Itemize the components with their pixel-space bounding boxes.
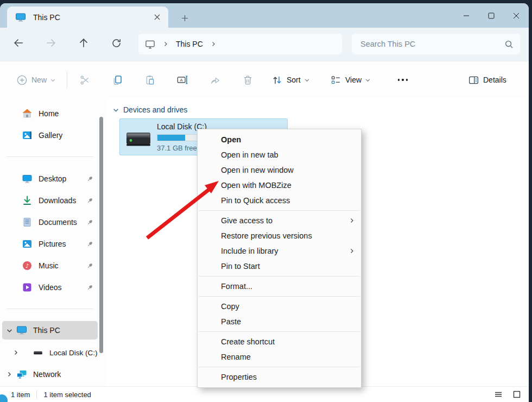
chevron-down-icon [305, 78, 309, 83]
item-count: 1 item [11, 391, 30, 399]
copy-button[interactable] [106, 69, 128, 91]
navigation-sidebar: Home Gallery Desktop [0, 98, 106, 387]
menu-item-rename[interactable]: Rename [198, 349, 361, 365]
breadcrumb-this-pc[interactable]: This PC [176, 40, 203, 48]
share-icon [210, 74, 221, 86]
toolbar-divider [67, 71, 67, 89]
videos-icon [22, 282, 33, 293]
chevron-down-icon [365, 78, 370, 83]
monitor-icon [145, 39, 155, 49]
new-tab-button[interactable] [178, 12, 191, 23]
submenu-chevron-icon [349, 218, 354, 223]
copy-icon [112, 74, 123, 86]
menu-item-open-with-mobzize[interactable]: Open with MOBZize [198, 178, 361, 193]
chevron-down-icon [50, 78, 55, 83]
sidebar-item-music[interactable]: ♪ Music [2, 256, 98, 275]
rename-icon: A [176, 74, 188, 86]
selection-count: 1 item selected [43, 391, 91, 399]
chevron-right-icon[interactable] [9, 350, 23, 355]
details-view-button[interactable] [492, 388, 505, 400]
svg-text:♪: ♪ [26, 262, 29, 269]
sidebar-item-gallery[interactable]: Gallery [2, 126, 98, 145]
sidebar-item-desktop[interactable]: Desktop [2, 169, 98, 188]
chevron-right-icon[interactable] [2, 372, 16, 377]
up-button[interactable] [73, 33, 94, 53]
pin-icon [86, 262, 93, 269]
hard-drive-icon [33, 347, 43, 358]
tab-this-pc[interactable]: This PC [7, 7, 168, 28]
drive-usage-fill [157, 135, 185, 141]
sidebar-scrollbar[interactable] [99, 117, 103, 353]
forward-button[interactable] [41, 33, 61, 53]
chevron-down-icon[interactable] [2, 328, 16, 334]
menu-separator [199, 276, 360, 277]
search-icon[interactable] [504, 40, 514, 49]
view-button[interactable]: View [330, 69, 370, 91]
menu-item-create-shortcut[interactable]: Create shortcut [198, 334, 361, 349]
menu-separator [199, 210, 360, 211]
menu-item-copy[interactable]: Copy [198, 299, 361, 314]
sidebar-item-home[interactable]: Home [2, 104, 98, 123]
address-bar[interactable]: This PC [138, 34, 342, 54]
sidebar-item-this-pc[interactable]: This PC [2, 321, 98, 340]
sidebar-item-pictures[interactable]: Pictures [2, 235, 98, 253]
sidebar-divider [7, 156, 93, 157]
large-icons-view-button[interactable] [510, 388, 523, 400]
navigation-bar: This PC [0, 28, 529, 61]
maximize-button[interactable] [479, 5, 504, 27]
back-button[interactable] [8, 33, 29, 53]
menu-item-properties[interactable]: Properties [198, 369, 361, 385]
command-toolbar: New A [0, 61, 529, 99]
cut-button[interactable] [74, 69, 96, 91]
menu-item-restore-previous-versions[interactable]: Restore previous versions [198, 228, 361, 243]
tab-close-button[interactable] [151, 11, 163, 23]
status-bar: 1 item 1 item selected [0, 386, 529, 402]
rename-button[interactable]: A [172, 69, 193, 91]
new-button[interactable]: New [16, 69, 55, 91]
search-box[interactable] [352, 34, 520, 54]
sidebar-item-videos[interactable]: Videos [2, 278, 98, 297]
menu-item-open-in-new-window[interactable]: Open in new window [198, 162, 361, 178]
drive-free-space: 37.1 GB free [157, 144, 197, 152]
screenshot-root: { "colors": { "accent_blue": "#2aa3dc", … [0, 0, 532, 402]
pin-icon [86, 241, 93, 248]
menu-separator [199, 367, 360, 367]
sort-button[interactable]: Sort [271, 69, 309, 91]
desktop-icon [22, 173, 33, 184]
menu-item-open-in-new-tab[interactable]: Open in new tab [198, 147, 361, 162]
share-button[interactable] [204, 69, 226, 91]
menu-item-pin-to-start[interactable]: Pin to Start [198, 259, 361, 274]
close-button[interactable] [504, 5, 529, 27]
collapse-chevron-icon[interactable] [113, 107, 119, 113]
pin-icon [86, 284, 93, 291]
paste-button[interactable] [139, 69, 161, 91]
sidebar-item-network[interactable]: Network [2, 365, 98, 384]
menu-item-give-access-to[interactable]: Give access to [198, 213, 361, 228]
delete-button[interactable] [237, 69, 258, 91]
menu-item-format[interactable]: Format... [198, 279, 361, 294]
search-input[interactable] [359, 39, 504, 49]
sidebar-item-documents[interactable]: Documents [2, 213, 98, 231]
breadcrumb-chevron-icon[interactable] [211, 41, 216, 47]
sort-icon [271, 74, 283, 86]
new-label: New [31, 76, 47, 84]
refresh-button[interactable] [106, 33, 126, 53]
sidebar-item-local-disk-c[interactable]: Local Disk (C:) [2, 343, 104, 362]
details-pane-button[interactable]: Details [468, 69, 510, 91]
hard-drive-icon [125, 130, 151, 148]
window-controls [454, 3, 529, 28]
breadcrumb-chevron-icon[interactable] [163, 41, 168, 47]
paste-icon [144, 74, 156, 86]
group-header-devices-and-drives[interactable]: Devices and drives [113, 104, 187, 115]
menu-item-open[interactable]: Open [198, 132, 361, 147]
menu-item-include-in-library[interactable]: Include in library [198, 243, 361, 259]
more-options-button[interactable] [392, 69, 414, 91]
sidebar-item-downloads[interactable]: Downloads [2, 191, 98, 210]
minimize-button[interactable] [454, 5, 479, 27]
pin-icon [86, 219, 93, 226]
tab-title: This PC [33, 13, 151, 22]
pictures-icon [22, 238, 33, 249]
menu-item-paste[interactable]: Paste [198, 314, 361, 329]
scissors-icon [79, 74, 91, 86]
menu-item-pin-to-quick-access[interactable]: Pin to Quick access [198, 193, 361, 208]
